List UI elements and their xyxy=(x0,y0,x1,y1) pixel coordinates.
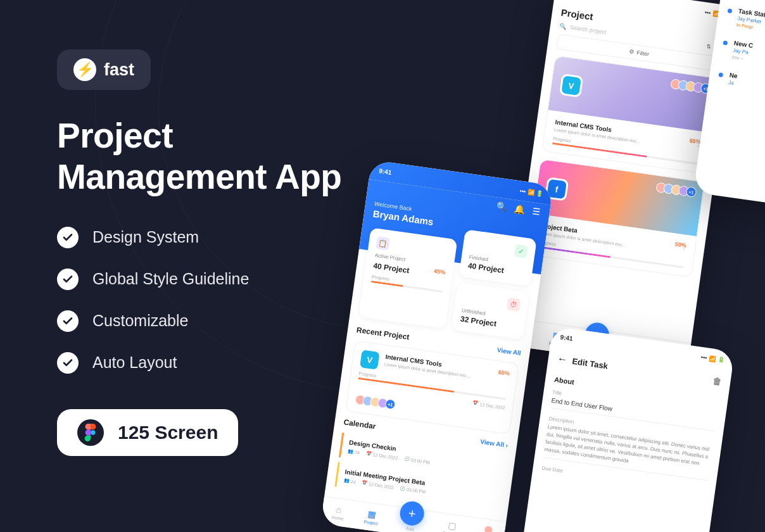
dot-icon xyxy=(723,41,728,46)
feature-item: Global Style Guideline xyxy=(57,269,386,290)
project-icon: ▦ xyxy=(367,509,377,520)
svg-point-0 xyxy=(91,430,95,434)
calendar-icon: ▢ xyxy=(448,520,457,531)
check-icon xyxy=(57,310,79,332)
recent-project-card[interactable]: V Internal CMS Tools Lorem ipsum dolor s… xyxy=(345,341,519,434)
screen-title: Edit Task xyxy=(572,356,609,370)
section-title: Recent Project xyxy=(356,326,410,342)
clock-icon: ⏱ xyxy=(507,298,521,312)
status-icons: •••📶🔋 xyxy=(700,353,724,363)
avatar-more: +1 xyxy=(384,398,396,410)
mockup-edit-task: 9:41•••📶🔋 ← Edit Task 🗑 About Title End … xyxy=(521,326,735,532)
stat-finished[interactable]: ✓ Finished 40 Project xyxy=(458,229,536,286)
check-icon xyxy=(57,227,79,248)
sort-icon: ⇅ xyxy=(706,43,712,50)
avatar-more: +1 xyxy=(686,186,697,198)
nav-project[interactable]: ▦Project xyxy=(364,508,379,526)
more-icon[interactable]: ⋮ xyxy=(680,241,690,252)
dot-icon xyxy=(718,72,723,77)
page-title: Project Management App xyxy=(57,115,386,198)
filter-icon: ⚙ xyxy=(629,48,635,55)
trash-icon[interactable]: 🗑 xyxy=(712,376,722,387)
screen-count: 125 Screen xyxy=(118,422,218,443)
calendar-icon: 📅 xyxy=(472,400,479,406)
menu-icon[interactable]: ☰ xyxy=(532,206,541,218)
figma-icon xyxy=(77,419,104,446)
stat-value: 40 Project xyxy=(373,261,410,275)
calendar-icon: 📅 xyxy=(365,451,372,457)
feature-item: Design System xyxy=(57,227,386,248)
notification-item[interactable]: Ne Ja xyxy=(707,63,765,106)
people-icon: 👥 xyxy=(343,478,350,483)
project-card[interactable]: f +1 ⋮ Project Beta Lorem ipsum dolor si… xyxy=(527,159,705,278)
bell-icon[interactable]: 🔔 xyxy=(514,204,526,215)
nav-profile[interactable]: Profile xyxy=(480,524,495,532)
feature-label: Customizable xyxy=(92,312,188,330)
vimeo-icon: V xyxy=(360,350,380,370)
project-date: 12 Dec 2022 xyxy=(480,402,505,409)
screen-count-badge: 125 Screen xyxy=(57,409,238,456)
back-icon[interactable]: ← xyxy=(557,353,568,365)
check-icon xyxy=(57,269,79,290)
stat-unfinished[interactable]: ⏱ Unfinished 32 Project xyxy=(452,282,529,339)
feature-label: Design System xyxy=(92,228,199,246)
status-icons: •••📶🔋 xyxy=(519,187,543,197)
status-time: 9:41 xyxy=(560,334,573,343)
people-icon: 👥 xyxy=(348,448,354,454)
stat-pct: 45% xyxy=(434,268,446,276)
stat-active[interactable]: 📋 Active Project 40 Project45% Progress xyxy=(358,227,457,329)
vimeo-icon: V xyxy=(561,75,581,96)
feature-label: Auto Layout xyxy=(92,353,177,372)
dot-icon xyxy=(727,8,732,13)
feature-item: Auto Layout xyxy=(57,352,386,374)
profile-icon xyxy=(483,524,493,532)
search-icon: 🔍 xyxy=(559,23,566,30)
feature-item: Customizable xyxy=(57,310,386,332)
clock-icon: 🕐 xyxy=(404,456,410,462)
nav-home[interactable]: ⌂Home xyxy=(331,504,345,521)
nav-calendar[interactable]: ▢Calendar xyxy=(442,519,462,532)
calendar-icon: 📅 xyxy=(362,480,368,486)
check-icon: ✓ xyxy=(514,244,529,258)
view-all-link[interactable]: View All › xyxy=(480,438,509,448)
logo-badge: ⚡ fast xyxy=(57,49,151,90)
check-icon xyxy=(57,352,79,374)
view-all-link[interactable]: View All xyxy=(496,346,521,356)
search-icon[interactable]: 🔍 xyxy=(495,201,507,213)
home-icon: ⌂ xyxy=(336,504,343,515)
bolt-icon: ⚡ xyxy=(73,58,96,81)
clipboard-icon: 📋 xyxy=(376,236,390,251)
status-time: 9:41 xyxy=(379,167,392,176)
project-card[interactable]: V +1 ⋮ Internal CMS Tools Lorem ipsum do… xyxy=(541,55,719,174)
section-title: Calendar xyxy=(343,417,377,431)
feature-label: Global Style Guideline xyxy=(92,270,249,288)
nav-add[interactable]: +Add xyxy=(398,512,424,532)
clock-icon: 🕐 xyxy=(400,486,406,491)
logo-text: fast xyxy=(104,60,134,80)
project-pct: 65% xyxy=(498,369,510,377)
